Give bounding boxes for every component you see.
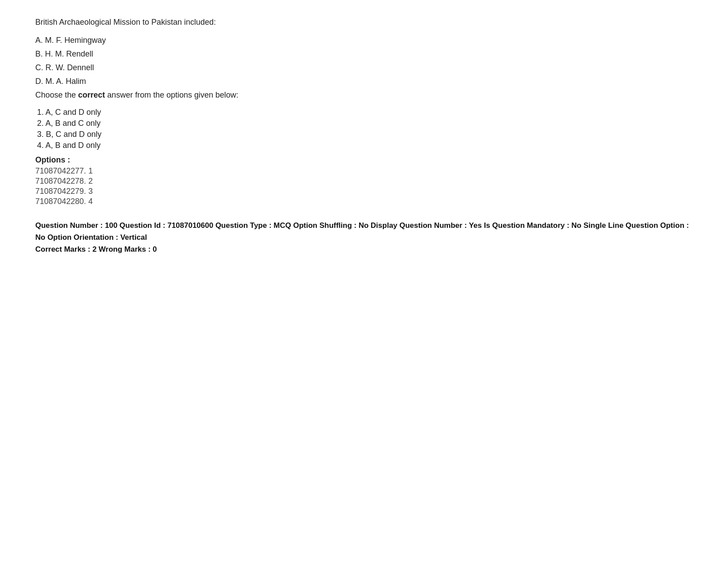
question-container: British Archaeological Mission to Pakist… xyxy=(35,18,693,256)
option-id-2-value: 71087042278. xyxy=(35,177,88,185)
option-id-2: 71087042278. 2 xyxy=(35,177,693,186)
meta-line-1: Question Number : 100 Question Id : 7108… xyxy=(35,219,693,243)
answer-option-4-text: A, B and D only xyxy=(45,141,101,150)
meta-info: Question Number : 100 Question Id : 7108… xyxy=(35,219,693,256)
option-b-label: B. xyxy=(35,49,45,58)
option-a-text: M. F. Hemingway xyxy=(45,36,106,45)
option-ids-list: 71087042277. 1 71087042278. 2 7108704227… xyxy=(35,166,693,206)
option-b-text: H. M. Rendell xyxy=(45,49,93,58)
answer-option-3: 3. B, C and D only xyxy=(35,130,693,139)
option-id-3-value: 71087042279. xyxy=(35,187,88,196)
options-list: A. M. F. Hemingway B. H. M. Rendell C. R… xyxy=(35,36,693,86)
answer-option-2: 2. A, B and C only xyxy=(35,119,693,128)
option-d: D. M. A. Halim xyxy=(35,77,693,86)
option-id-1-value: 71087042277. xyxy=(35,166,88,175)
option-c-text: R. W. Dennell xyxy=(45,63,94,72)
choose-prefix: Choose the xyxy=(35,91,78,99)
answer-option-3-text: B, C and D only xyxy=(46,130,101,139)
option-c: C. R. W. Dennell xyxy=(35,63,693,72)
option-id-4: 71087042280. 4 xyxy=(35,197,693,206)
option-b: B. H. M. Rendell xyxy=(35,49,693,59)
option-c-label: C. xyxy=(35,63,45,72)
answer-option-1-text: A, C and D only xyxy=(45,108,101,117)
answer-option-2-text: A, B and C only xyxy=(45,119,101,128)
answer-options-list: 1. A, C and D only 2. A, B and C only 3.… xyxy=(35,108,693,150)
answer-option-4: 4. A, B and D only xyxy=(35,141,693,150)
option-id-2-num: 2 xyxy=(88,177,93,185)
option-d-text: M. A. Halim xyxy=(45,77,86,86)
answer-option-3-num: 3. xyxy=(37,130,46,139)
option-id-1-num: 1 xyxy=(88,166,93,175)
option-a-label: A. xyxy=(35,36,45,45)
option-id-4-value: 71087042280. xyxy=(35,197,88,206)
option-id-1: 71087042277. 1 xyxy=(35,166,693,176)
choose-instruction: Choose the correct answer from the optio… xyxy=(35,91,693,100)
answer-option-1: 1. A, C and D only xyxy=(35,108,693,117)
option-id-3: 71087042279. 3 xyxy=(35,187,693,196)
question-intro: British Archaeological Mission to Pakist… xyxy=(35,18,693,27)
option-d-label: D. xyxy=(35,77,45,86)
answer-option-2-num: 2. xyxy=(37,119,45,128)
meta-line-2: Correct Marks : 2 Wrong Marks : 0 xyxy=(35,243,693,255)
answer-option-1-num: 1. xyxy=(37,108,45,117)
choose-suffix: answer from the options given below: xyxy=(105,91,238,99)
answer-option-4-num: 4. xyxy=(37,141,45,150)
option-id-4-num: 4 xyxy=(88,197,93,206)
option-a: A. M. F. Hemingway xyxy=(35,36,693,45)
options-label: Options : xyxy=(35,155,693,165)
option-id-3-num: 3 xyxy=(88,187,93,196)
choose-bold: correct xyxy=(78,91,105,99)
